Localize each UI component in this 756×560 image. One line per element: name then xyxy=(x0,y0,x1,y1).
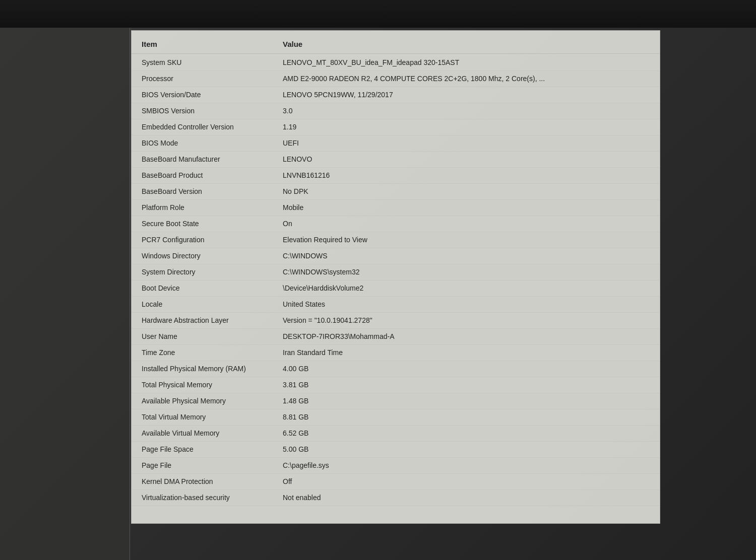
item-value: 1.48 GB xyxy=(278,396,660,406)
item-label: Windows Directory xyxy=(132,251,278,261)
item-value: UEFI xyxy=(278,138,660,149)
table-row: Virtualization-based securityNot enabled xyxy=(132,490,660,506)
item-label: Embedded Controller Version xyxy=(132,122,278,132)
item-value: 3.81 GB xyxy=(278,380,660,390)
item-label: BIOS Mode xyxy=(132,138,278,149)
table-header: Item Value xyxy=(132,36,660,54)
item-label: Boot Device xyxy=(132,283,278,294)
table-row: BaseBoard ProductLNVNB161216 xyxy=(132,168,660,184)
table-row: BaseBoard ManufacturerLENOVO xyxy=(132,152,660,168)
item-label: Platform Role xyxy=(132,202,278,213)
table-row: Embedded Controller Version1.19 xyxy=(132,119,660,135)
item-value: LNVNB161216 xyxy=(278,170,660,181)
value-column-header: Value xyxy=(278,40,660,48)
table-row: ProcessorAMD E2-9000 RADEON R2, 4 COMPUT… xyxy=(132,71,660,87)
table-row: Total Virtual Memory8.81 GB xyxy=(132,409,660,426)
item-value: C:\pagefile.sys xyxy=(278,460,660,471)
table-row: Installed Physical Memory (RAM)4.00 GB xyxy=(132,361,660,377)
item-label: Total Physical Memory xyxy=(132,380,278,390)
table-row: Page FileC:\pagefile.sys xyxy=(132,458,660,474)
item-value: AMD E2-9000 RADEON R2, 4 COMPUTE CORES 2… xyxy=(278,74,660,84)
item-label: User Name xyxy=(132,331,278,342)
table-row: Available Physical Memory1.48 GB xyxy=(132,393,660,409)
table-row: Windows DirectoryC:\WINDOWS xyxy=(132,248,660,264)
item-value: Elevation Required to View xyxy=(278,235,660,245)
item-label: BaseBoard Manufacturer xyxy=(132,154,278,165)
item-value: LENOVO xyxy=(278,154,660,165)
item-value: 8.81 GB xyxy=(278,412,660,423)
table-row: Time ZoneIran Standard Time xyxy=(132,345,660,361)
table-row: Secure Boot StateOn xyxy=(132,216,660,232)
item-value: United States xyxy=(278,299,660,310)
item-value: Iran Standard Time xyxy=(278,347,660,358)
table-row: Hardware Abstraction LayerVersion = "10.… xyxy=(132,313,660,329)
item-value: DESKTOP-7IROR33\Mohammad-A xyxy=(278,331,660,342)
item-column-header: Item xyxy=(132,40,278,48)
table-row: BIOS Version/DateLENOVO 5PCN19WW, 11/29/… xyxy=(132,87,660,103)
item-label: Time Zone xyxy=(132,347,278,358)
item-value: Mobile xyxy=(278,202,660,213)
table-row: SMBIOS Version3.0 xyxy=(132,103,660,119)
item-value: 5.00 GB xyxy=(278,444,660,455)
table-row: Platform RoleMobile xyxy=(132,200,660,216)
item-label: Total Virtual Memory xyxy=(132,412,278,423)
item-label: System Directory xyxy=(132,267,278,277)
table-row: Kernel DMA ProtectionOff xyxy=(132,474,660,490)
item-label: Hardware Abstraction Layer xyxy=(132,315,278,326)
item-value: 1.19 xyxy=(278,122,660,132)
item-label: Page File Space xyxy=(132,444,278,455)
item-value: 4.00 GB xyxy=(278,364,660,374)
item-value: LENOVO_MT_80XV_BU_idea_FM_ideapad 320-15… xyxy=(278,57,660,68)
table-row: Page File Space5.00 GB xyxy=(132,442,660,458)
item-label: BaseBoard Version xyxy=(132,186,278,197)
system-info-panel: Item Value System SKULENOVO_MT_80XV_BU_i… xyxy=(131,30,660,524)
item-label: Virtualization-based security xyxy=(132,493,278,503)
table-row: BaseBoard VersionNo DPK xyxy=(132,184,660,200)
table-row: Boot Device\Device\HarddiskVolume2 xyxy=(132,281,660,297)
item-value: On xyxy=(278,219,660,229)
table-row: BIOS ModeUEFI xyxy=(132,135,660,152)
item-label: SMBIOS Version xyxy=(132,106,278,116)
table-row: User NameDESKTOP-7IROR33\Mohammad-A xyxy=(132,329,660,345)
item-label: BIOS Version/Date xyxy=(132,90,278,100)
item-label: BaseBoard Product xyxy=(132,170,278,181)
item-value: C:\WINDOWS xyxy=(278,251,660,261)
left-panel xyxy=(0,28,130,560)
table-row: System SKULENOVO_MT_80XV_BU_idea_FM_idea… xyxy=(132,55,660,71)
item-label: System SKU xyxy=(132,57,278,68)
system-info-table: System SKULENOVO_MT_80XV_BU_idea_FM_idea… xyxy=(132,55,660,506)
item-label: Page File xyxy=(132,460,278,471)
item-label: Installed Physical Memory (RAM) xyxy=(132,364,278,374)
item-label: Available Virtual Memory xyxy=(132,428,278,439)
table-row: Available Virtual Memory6.52 GB xyxy=(132,426,660,442)
table-row: Total Physical Memory3.81 GB xyxy=(132,377,660,393)
top-bar xyxy=(0,0,756,28)
item-label: Locale xyxy=(132,299,278,310)
item-value: Not enabled xyxy=(278,493,660,503)
table-row: System DirectoryC:\WINDOWS\system32 xyxy=(132,264,660,281)
item-value: \Device\HarddiskVolume2 xyxy=(278,283,660,294)
table-row: PCR7 ConfigurationElevation Required to … xyxy=(132,232,660,248)
item-label: Processor xyxy=(132,74,278,84)
table-row: LocaleUnited States xyxy=(132,297,660,313)
item-value: 6.52 GB xyxy=(278,428,660,439)
item-value: Off xyxy=(278,476,660,487)
item-value: Version = "10.0.19041.2728" xyxy=(278,315,660,326)
item-value: LENOVO 5PCN19WW, 11/29/2017 xyxy=(278,90,660,100)
item-label: Kernel DMA Protection xyxy=(132,476,278,487)
item-label: Available Physical Memory xyxy=(132,396,278,406)
item-label: PCR7 Configuration xyxy=(132,235,278,245)
item-value: 3.0 xyxy=(278,106,660,116)
item-value: No DPK xyxy=(278,186,660,197)
item-value: C:\WINDOWS\system32 xyxy=(278,267,660,277)
item-label: Secure Boot State xyxy=(132,219,278,229)
